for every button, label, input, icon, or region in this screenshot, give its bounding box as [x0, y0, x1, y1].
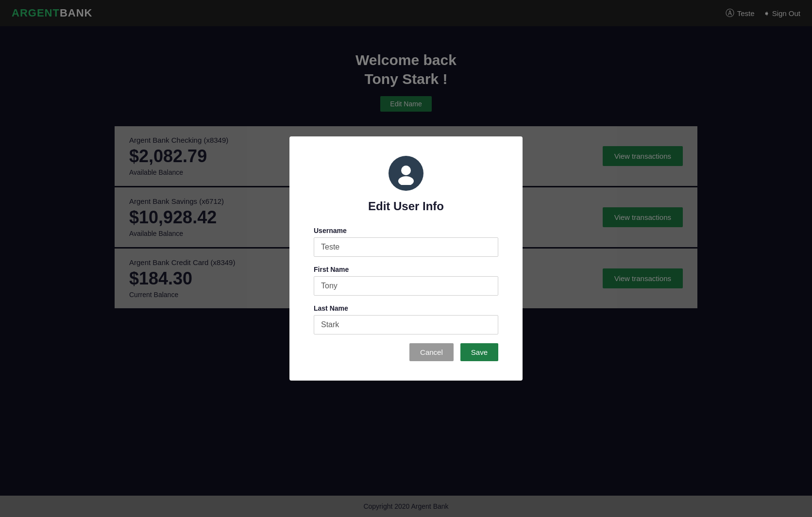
modal: Edit User Info Username First Name Last … [289, 136, 523, 381]
lastname-label: Last Name [314, 304, 498, 312]
cancel-button[interactable]: Cancel [409, 343, 454, 361]
firstname-input[interactable] [314, 276, 498, 296]
svg-point-1 [398, 176, 414, 185]
username-input[interactable] [314, 237, 498, 257]
svg-point-0 [401, 166, 411, 175]
firstname-label: First Name [314, 266, 498, 273]
modal-overlay[interactable]: Edit User Info Username First Name Last … [0, 0, 812, 517]
username-label: Username [314, 227, 498, 234]
modal-actions: Cancel Save [314, 343, 498, 361]
lastname-input[interactable] [314, 315, 498, 334]
save-button[interactable]: Save [460, 343, 498, 361]
firstname-group: First Name [314, 266, 498, 296]
avatar-icon [394, 162, 418, 185]
lastname-group: Last Name [314, 304, 498, 334]
modal-avatar [389, 156, 423, 191]
modal-form: Username First Name Last Name Cancel Sav… [314, 227, 498, 361]
modal-title: Edit User Info [368, 200, 444, 213]
username-group: Username [314, 227, 498, 257]
